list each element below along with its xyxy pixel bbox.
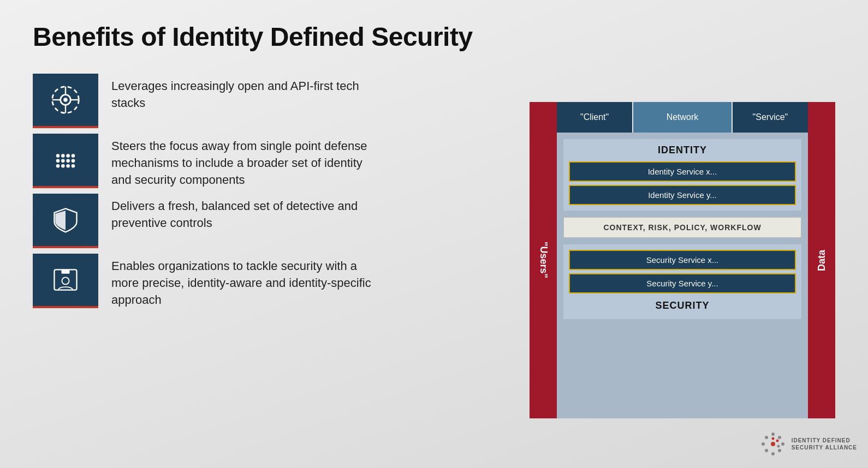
benefit-item-4: Enables organizations to tackle security… — [33, 254, 497, 308]
svg-point-29 — [765, 436, 768, 439]
page-title: Benefits of Identity Defined Security — [33, 22, 835, 52]
security-section: Security Service x... Security Service y… — [563, 244, 801, 319]
security-service-y: Security Service y... — [569, 273, 796, 293]
svg-point-8 — [61, 154, 65, 158]
benefit-text-4: Enables organizations to tackle security… — [111, 254, 384, 308]
page: Benefits of Identity Defined Security — [0, 0, 868, 468]
benefit-item-2: Steers the focus away from single point … — [33, 134, 497, 188]
shield-icon — [50, 205, 81, 235]
benefit-text-1: Leverages increasingly open and API-firs… — [111, 74, 384, 112]
dots-icon-box — [33, 134, 98, 188]
diagram-center: "Client" Network "Service" IDENT — [557, 102, 808, 418]
svg-point-27 — [765, 449, 768, 452]
person-card-icon-box — [33, 254, 98, 308]
security-title: SECURITY — [569, 300, 796, 311]
svg-point-25 — [778, 449, 781, 452]
svg-point-28 — [762, 442, 765, 446]
right-side-label: Data — [808, 102, 835, 418]
identity-title: IDENTITY — [569, 145, 796, 156]
service-header: "Service" — [733, 102, 808, 133]
diagram-body: IDENTITY Identity Service x... Identity … — [557, 133, 808, 418]
svg-point-22 — [771, 433, 775, 436]
svg-point-13 — [66, 159, 70, 163]
svg-point-15 — [56, 164, 60, 168]
svg-point-31 — [776, 440, 778, 442]
logo-text: IDENTITY DEFINED SECURITY ALLIANCE — [792, 437, 857, 451]
top-headers: "Client" Network "Service" — [557, 102, 808, 133]
dots-icon — [50, 145, 81, 175]
left-side-label: "Users" — [530, 102, 557, 418]
svg-point-33 — [771, 442, 775, 446]
svg-point-11 — [56, 159, 60, 163]
identity-service-y: Identity Service y... — [569, 185, 796, 205]
svg-point-17 — [66, 164, 70, 168]
left-panel: Leverages increasingly open and API-firs… — [33, 74, 497, 446]
benefit-text-2: Steers the focus away from single point … — [111, 134, 384, 188]
svg-rect-20 — [62, 270, 70, 274]
logo-icon — [760, 431, 786, 457]
target-icon-box — [33, 74, 98, 128]
svg-point-14 — [72, 159, 75, 163]
svg-point-26 — [771, 452, 775, 455]
svg-point-21 — [62, 278, 69, 285]
right-panel: "Users" "Client" Network "Service" — [530, 74, 835, 446]
svg-point-10 — [72, 154, 75, 158]
svg-point-30 — [771, 437, 774, 440]
svg-point-24 — [781, 442, 784, 446]
svg-point-23 — [778, 436, 781, 439]
middle-bar: CONTEXT, RISK, POLICY, WORKFLOW — [563, 217, 801, 238]
svg-point-7 — [56, 154, 60, 158]
content-area: Leverages increasingly open and API-firs… — [33, 74, 835, 446]
diagram: "Users" "Client" Network "Service" — [530, 102, 835, 418]
svg-point-32 — [777, 445, 780, 448]
svg-point-16 — [61, 164, 65, 168]
identity-section: IDENTITY Identity Service x... Identity … — [563, 139, 801, 211]
person-card-icon — [50, 265, 81, 295]
svg-point-2 — [63, 98, 67, 101]
benefit-item-1: Leverages increasingly open and API-firs… — [33, 74, 497, 128]
shield-icon-box — [33, 194, 98, 248]
benefit-item-3: Delivers a fresh, balanced set of detect… — [33, 194, 497, 248]
logo-area: IDENTITY DEFINED SECURITY ALLIANCE — [760, 431, 857, 457]
target-icon — [50, 85, 81, 115]
network-header: Network — [633, 102, 732, 133]
benefit-text-3: Delivers a fresh, balanced set of detect… — [111, 194, 384, 232]
svg-point-12 — [61, 159, 65, 163]
client-header: "Client" — [557, 102, 632, 133]
identity-service-x: Identity Service x... — [569, 161, 796, 182]
security-service-x: Security Service x... — [569, 250, 796, 270]
svg-point-9 — [66, 154, 70, 158]
svg-point-18 — [72, 164, 75, 168]
